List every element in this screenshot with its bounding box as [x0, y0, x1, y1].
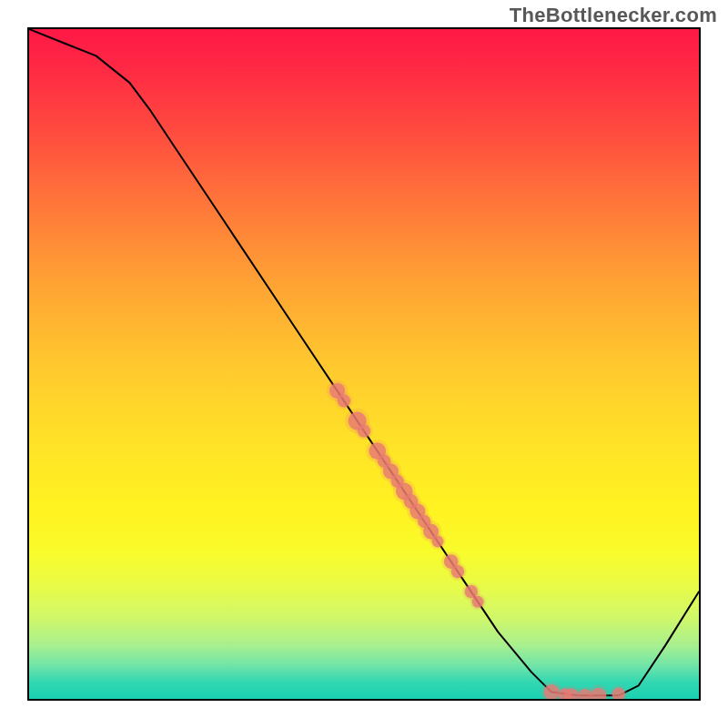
chart-point — [338, 394, 350, 407]
source-label: TheBottlenecker.com — [510, 4, 717, 27]
chart-point — [472, 596, 484, 608]
bottleneck-curve — [29, 29, 699, 695]
chart-point — [432, 536, 444, 548]
chart-points — [327, 380, 628, 699]
chart-plot-area — [27, 27, 701, 701]
chart-svg — [29, 29, 699, 699]
chart-point — [358, 424, 370, 437]
chart-point — [451, 565, 464, 578]
